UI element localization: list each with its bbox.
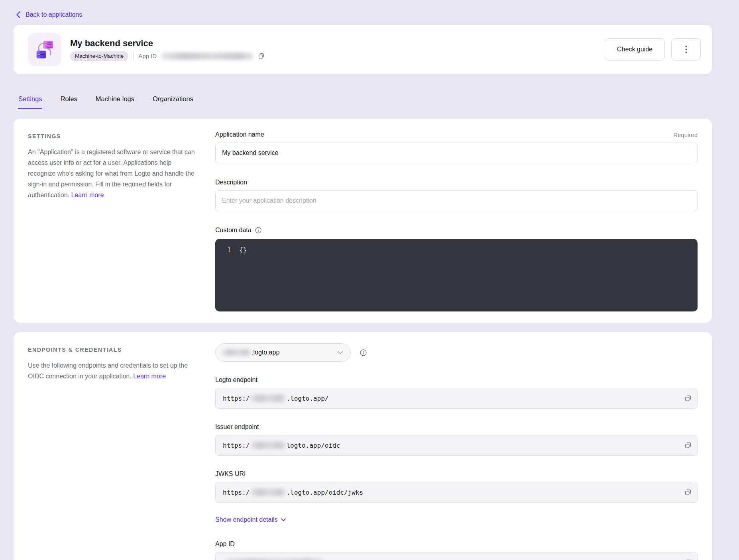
copy-icon[interactable] <box>684 395 692 402</box>
app-meta-row: Machine-to-Machine App ID <box>70 51 265 61</box>
app-id-label: App ID <box>138 53 157 59</box>
url-prefix: https:/ <box>223 489 250 496</box>
app-id-value <box>215 552 698 560</box>
tab-roles[interactable]: Roles <box>61 94 77 109</box>
meta-divider <box>133 53 134 60</box>
tab-bar: Settings Roles Machine logs Organization… <box>14 94 712 109</box>
url-prefix: https:/ <box>223 395 250 402</box>
info-icon[interactable] <box>255 227 262 234</box>
settings-description-text: An "Application" is a registered softwar… <box>28 149 195 198</box>
endpoints-description: Use the following endpoints and credenti… <box>28 360 195 382</box>
show-endpoint-details-link[interactable]: Show endpoint details <box>215 516 286 523</box>
tenant-id-redacted <box>222 349 251 356</box>
show-endpoint-details-label: Show endpoint details <box>215 516 278 523</box>
page: Back to applications <box>0 0 739 560</box>
jwks-uri-label: JWKS URI <box>215 469 246 479</box>
settings-form: Application name Required Description Cu… <box>215 130 698 311</box>
url-redacted-segment <box>250 442 285 449</box>
domain-row: .logto.app <box>215 343 698 362</box>
url-prefix: https:/ <box>223 442 250 449</box>
custom-data-group: Custom data 1 {} <box>215 225 698 311</box>
url-suffix: .logto.app/oidc/jwks <box>286 489 363 496</box>
custom-data-code-editor[interactable]: 1 {} <box>215 239 698 311</box>
required-indicator: Required <box>673 131 698 138</box>
settings-description: An "Application" is a registered softwar… <box>28 147 195 200</box>
jwks-uri-value: https:/ .logto.app/oidc/jwks <box>215 482 698 503</box>
url-redacted-segment <box>250 395 285 402</box>
tab-organizations[interactable]: Organizations <box>153 94 193 109</box>
chevron-down-icon <box>338 351 343 354</box>
endpoints-learn-more-link[interactable]: Learn more <box>133 373 166 380</box>
endpoints-card-intro: ENDPOINTS & CREDENTIALS Use the followin… <box>28 343 195 382</box>
editor-line-number: 1 <box>215 245 231 255</box>
app-type-badge: Machine-to-Machine <box>70 51 128 61</box>
app-id-group: App ID <box>215 539 698 560</box>
custom-data-label: Custom data <box>215 225 252 235</box>
tab-machine-logs[interactable]: Machine logs <box>96 94 134 109</box>
copy-icon[interactable] <box>258 53 265 59</box>
kebab-menu-icon <box>685 45 687 53</box>
domain-select[interactable]: .logto.app <box>215 343 351 362</box>
jwks-uri-group: JWKS URI https:/ .logto.app/oidc/jwks <box>215 469 698 503</box>
app-id-field-label: App ID <box>215 539 235 549</box>
check-guide-button[interactable]: Check guide <box>605 38 665 61</box>
copy-icon[interactable] <box>684 489 692 496</box>
domain-info-icon[interactable] <box>360 349 367 356</box>
issuer-endpoint-value: https:/ logto.app/oidc <box>215 435 698 456</box>
machine-to-machine-app-icon <box>28 33 61 66</box>
description-group: Description <box>215 178 698 211</box>
back-to-applications-link[interactable]: Back to applications <box>16 11 82 18</box>
endpoints-credentials-card: ENDPOINTS & CREDENTIALS Use the followin… <box>14 332 712 560</box>
url-suffix: .logto.app/ <box>286 395 328 402</box>
back-link-label: Back to applications <box>26 11 82 18</box>
url-redacted-segment <box>250 489 285 496</box>
app-id-redacted-value <box>161 53 253 60</box>
more-actions-button[interactable] <box>671 38 701 61</box>
settings-heading: SETTINGS <box>28 133 195 139</box>
editor-code-content: {} <box>239 245 247 255</box>
chevron-down-icon <box>281 518 286 521</box>
logto-endpoint-label: Logto endpoint <box>215 375 257 385</box>
back-row: Back to applications <box>0 0 739 20</box>
settings-learn-more-link[interactable]: Learn more <box>71 192 104 198</box>
settings-card-intro: SETTINGS An "Application" is a registere… <box>28 130 195 200</box>
domain-select-value: .logto.app <box>252 349 279 356</box>
header-actions: Check guide <box>605 38 701 61</box>
issuer-endpoint-label: Issuer endpoint <box>215 422 259 432</box>
app-info: My backend service Machine-to-Machine Ap… <box>70 38 265 61</box>
issuer-endpoint-group: Issuer endpoint https:/ logto.app/oidc <box>215 422 698 456</box>
description-input[interactable] <box>215 190 698 211</box>
chevron-left-icon <box>16 11 21 18</box>
tab-settings[interactable]: Settings <box>18 94 42 109</box>
application-name-label: Application name <box>215 130 264 139</box>
endpoints-form: .logto.app Logto endpoint https:/ .logto… <box>215 343 698 560</box>
logto-endpoint-value: https:/ .logto.app/ <box>215 388 698 409</box>
logto-endpoint-group: Logto endpoint https:/ .logto.app/ <box>215 375 698 409</box>
application-name-input[interactable] <box>215 143 698 163</box>
copy-icon[interactable] <box>684 442 692 449</box>
application-name-group: Application name Required <box>215 130 698 163</box>
description-label: Description <box>215 178 247 187</box>
settings-card: SETTINGS An "Application" is a registere… <box>14 119 712 323</box>
url-suffix: logto.app/oidc <box>286 442 340 449</box>
app-header-card: My backend service Machine-to-Machine Ap… <box>14 25 712 74</box>
endpoints-heading: ENDPOINTS & CREDENTIALS <box>28 347 195 353</box>
page-title: My backend service <box>70 38 265 49</box>
